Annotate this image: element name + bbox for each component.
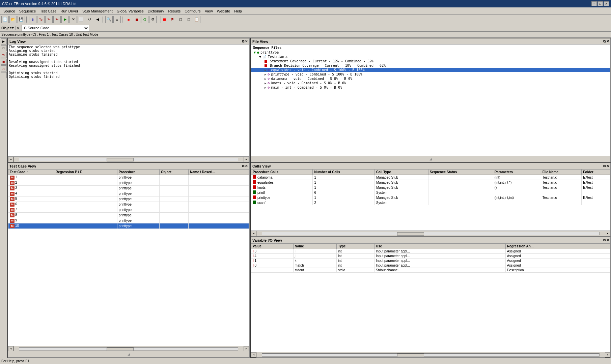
calls-col-folder[interactable]: Folder (582, 170, 610, 175)
sidebar-icon-lines[interactable]: ☰ (1, 72, 7, 78)
toolbar-btn-gray3[interactable]: 📋 (193, 16, 200, 23)
table-row[interactable]: I 3 i int Input parameter appl... Assign… (251, 249, 610, 254)
menu-testcase[interactable]: Test Case (38, 8, 58, 14)
tc-close-btn[interactable]: ✕ (245, 164, 248, 168)
tree-item[interactable]: ▶ ⚙ datanoma - void - Combined - S 0% - … (251, 77, 610, 81)
table-row[interactable]: equalsides 1 Managed Stub (int,int,int *… (251, 180, 610, 185)
calls-col-procedure[interactable]: Procedure Calls (251, 170, 313, 175)
tc-hscroll[interactable]: ◂ ▸ (8, 346, 249, 351)
tc-col-object[interactable]: Object (159, 170, 188, 175)
toolbar-btn-find[interactable]: 🔍 (105, 16, 113, 23)
var-col-type[interactable]: Type (337, 244, 374, 249)
toolbar-btn-new[interactable]: 📄 (1, 16, 9, 23)
table-row[interactable]: Tc8 printtype (8, 213, 249, 218)
table-row[interactable]: datanoma 1 Managed Stub (int) Testrian.c… (251, 175, 610, 180)
calls-scroll-right[interactable]: ▸ (605, 231, 610, 236)
toolbar-btn-tc3[interactable]: Tc (53, 16, 61, 23)
var-float-btn[interactable]: ⧉ (603, 238, 606, 242)
menu-dictionary[interactable]: Dictionary (146, 8, 166, 14)
tree-item[interactable]: ▶ ⚙ main - int - Combined - S 0% - B 0% (251, 85, 610, 90)
tree-item[interactable]: Statement Coverage - Current - 12% - Com… (251, 59, 610, 63)
menu-results[interactable]: Results (166, 8, 183, 14)
var-scroll-thumb[interactable] (397, 354, 424, 357)
table-row[interactable]: Tc4 printtype (8, 191, 249, 196)
table-row[interactable]: stdout stdio Stdout channel Description (251, 268, 610, 273)
object-close-btn[interactable]: ✕ (16, 26, 20, 30)
calls-close-btn[interactable]: ✕ (606, 164, 609, 168)
calls-col-num[interactable]: Number of Calls (313, 170, 375, 175)
tc-scroll-thumb[interactable] (107, 347, 134, 351)
table-row[interactable]: I 1 k int Input parameter appl... Assign… (251, 259, 610, 263)
close-button[interactable]: ✕ (604, 1, 609, 6)
table-row[interactable]: printf 6 System (251, 190, 610, 195)
var-col-regression[interactable]: Regression An... (505, 244, 610, 249)
toolbar-btn-stop[interactable]: ■ (125, 16, 132, 23)
toolbar-btn-g[interactable]: G (141, 16, 148, 23)
table-row[interactable]: Tc10 printtype (8, 223, 249, 229)
toolbar-btn-gear[interactable]: ⚙ (149, 16, 157, 23)
calls-scroll-track[interactable] (262, 232, 600, 235)
toolbar-btn-refresh[interactable]: ↺ (86, 16, 93, 23)
var-scroll-right[interactable]: ▸ (605, 352, 610, 358)
menu-stubmgmt[interactable]: Stub Management (80, 8, 115, 14)
sidebar-icon-doc[interactable]: □ (1, 45, 7, 51)
log-close-btn[interactable]: ✕ (245, 39, 248, 43)
tree-item[interactable]: Branch Decision Coverage - Current - 10%… (251, 63, 610, 68)
toolbar-btn-x[interactable]: ✕ (70, 16, 77, 23)
menu-view[interactable]: View (203, 8, 215, 14)
log-float-btn[interactable]: ⧉ (242, 39, 244, 43)
sidebar-icon-tc[interactable]: Tc (1, 52, 7, 58)
var-scroll-track[interactable] (262, 353, 600, 357)
toolbar-btn-s[interactable]: S (29, 16, 36, 23)
tc-col-testcase[interactable]: Test Case ↑ (8, 170, 54, 175)
tree-item[interactable]: ▶ ⚙ equalsides - void - Combined - S 100… (251, 68, 610, 72)
log-scroll-left[interactable]: ◂ (8, 157, 13, 162)
var-col-use[interactable]: Use (374, 244, 506, 249)
menu-rundriver[interactable]: Run Driver (58, 8, 80, 14)
menu-globalvars[interactable]: Global Variables (115, 8, 146, 14)
calls-col-params[interactable]: Parameters (493, 170, 541, 175)
menu-source[interactable]: Source (1, 8, 17, 14)
log-scroll-right[interactable]: ▸ (244, 157, 249, 162)
log-scroll-track[interactable] (19, 158, 238, 161)
toolbar-btn-red2[interactable]: ⚑ (169, 16, 176, 23)
tree-item[interactable]: ▶ ⚙ knots - void - Combined - S 0% - B 0… (251, 81, 610, 85)
calls-col-type[interactable]: Call Type (375, 170, 428, 175)
calls-col-status[interactable]: Sequence Status (428, 170, 493, 175)
table-row[interactable]: scanf 2 System (251, 200, 610, 205)
calls-col-file[interactable]: File Name (541, 170, 582, 175)
tree-item[interactable]: ▶ ⚙ printtype - void - Combined - S 100%… (251, 72, 610, 77)
table-row[interactable]: Tc5 printtype (8, 196, 249, 202)
calls-float-btn[interactable]: ⧉ (603, 164, 606, 168)
tc-col-procedure[interactable]: Procedure (117, 170, 159, 175)
table-row[interactable]: Tc6 printtype (8, 202, 249, 207)
file-close-btn[interactable]: ✕ (606, 39, 609, 43)
calls-scroll-left[interactable]: ◂ (251, 231, 256, 236)
toolbar-btn-copy[interactable]: ⬜ (78, 16, 85, 23)
toolbar-btn-back[interactable]: ◀ (94, 16, 101, 23)
tc-col-regression[interactable]: Regression P / F (54, 170, 117, 175)
table-row[interactable]: Tc7 printtype (8, 207, 249, 213)
table-row[interactable]: I 4 j int Input parameter appl... Assign… (251, 254, 610, 259)
toolbar-btn-open[interactable]: 📂 (9, 16, 17, 23)
calls-scroll-thumb[interactable] (397, 232, 424, 236)
toolbar-btn-save[interactable]: 💾 (18, 16, 25, 23)
table-row[interactable]: I 0 match int Input parameter appl... As… (251, 263, 610, 268)
toolbar-btn-tc[interactable]: Tc (37, 16, 45, 23)
toolbar-btn-tc2[interactable]: Tc (45, 16, 53, 23)
tree-item[interactable]: ▼ ● printtype (251, 50, 610, 55)
table-row[interactable]: Tc1 printtype (8, 175, 249, 180)
minimize-button[interactable]: − (591, 1, 597, 6)
log-hscroll[interactable]: ◂ ▸ (8, 156, 249, 162)
maximize-button[interactable]: □ (598, 1, 603, 6)
table-row[interactable]: Tc2 printtype (8, 180, 249, 186)
toolbar-btn-gray2[interactable]: ◻ (185, 16, 192, 23)
toolbar-btn-red1[interactable]: ◼ (161, 16, 168, 23)
tc-scroll-right[interactable]: ▸ (244, 346, 249, 352)
table-row[interactable]: printtype 1 Managed Stub (int,int,int,in… (251, 195, 610, 200)
toolbar-btn-stop2[interactable]: ⏹ (133, 16, 140, 23)
menu-configure[interactable]: Configure (183, 8, 203, 14)
var-close-btn[interactable]: ✕ (606, 238, 609, 242)
var-col-value[interactable]: Value (251, 244, 294, 249)
tree-item[interactable]: ▼ 📄 Testrian.c (251, 55, 610, 59)
